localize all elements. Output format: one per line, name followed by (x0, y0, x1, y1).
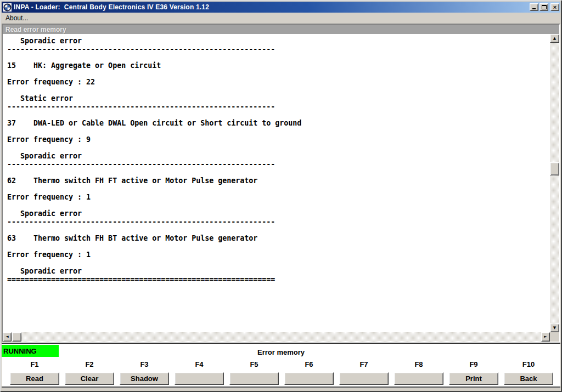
scroll-up-button[interactable]: ▲ (550, 34, 559, 43)
title-bar[interactable]: INPA - Loader: Central Body Electronics … (2, 2, 560, 13)
fkey-label-f3: F3 (117, 360, 172, 368)
horizontal-scrollbar[interactable]: ◄ ► (3, 332, 550, 342)
close-icon: × (553, 4, 557, 10)
minimize-icon (532, 8, 536, 9)
f6-button[interactable] (284, 372, 334, 385)
function-button-row: Read Clear Shadow Print Back (2, 372, 560, 385)
fkey-label-f2: F2 (62, 360, 117, 368)
bottom-panel: RUNNING Error memory F1 F2 F3 F4 F5 F6 F… (2, 343, 560, 388)
scroll-left-button[interactable]: ◄ (3, 332, 12, 342)
fkey-label-f9: F9 (446, 360, 501, 368)
f5-button[interactable] (229, 372, 279, 385)
arrow-right-icon: ► (544, 335, 547, 339)
f8-button[interactable] (394, 372, 443, 385)
horizontal-scrollbar-row: ◄ ► (3, 332, 559, 342)
scroll-right-button[interactable]: ► (541, 332, 550, 342)
close-button[interactable]: × (550, 3, 559, 11)
clear-button[interactable]: Clear (65, 372, 114, 385)
window-title: INPA - Loader: Central Body Electronics … (14, 3, 529, 11)
fkey-label-f10: F10 (501, 360, 556, 368)
minimize-button[interactable] (530, 3, 538, 11)
vertical-scroll-track[interactable] (550, 43, 559, 323)
horizontal-scroll-track[interactable] (12, 332, 541, 342)
fkey-label-f1: F1 (7, 360, 62, 368)
window-bottom-chrome (2, 388, 560, 391)
content-row: Sporadic error -------------------------… (3, 34, 559, 332)
shadow-button[interactable]: Shadow (120, 372, 169, 385)
status-row: RUNNING Error memory (2, 344, 560, 358)
scrollbar-corner (550, 332, 559, 342)
status-badge: RUNNING (2, 345, 59, 357)
menu-item-about[interactable]: About... (2, 13, 32, 23)
menu-bar: About... (2, 13, 560, 24)
bmw-logo-icon (3, 3, 12, 12)
fkey-label-f6: F6 (282, 360, 336, 368)
error-memory-text: Sporadic error -------------------------… (3, 34, 550, 283)
vertical-scrollbar[interactable]: ▲ ▼ (550, 34, 559, 332)
app-window: INPA - Loader: Central Body Electronics … (0, 0, 562, 392)
read-button[interactable]: Read (10, 372, 59, 385)
f7-button[interactable] (339, 372, 389, 385)
fkey-label-f4: F4 (172, 360, 227, 368)
scroll-down-button[interactable]: ▼ (550, 323, 559, 332)
error-memory-output: Sporadic error -------------------------… (3, 34, 550, 332)
back-button[interactable]: Back (504, 372, 553, 385)
fkey-label-f7: F7 (336, 360, 391, 368)
fkey-label-f8: F8 (391, 360, 446, 368)
horizontal-scroll-thumb[interactable] (12, 332, 21, 342)
print-button[interactable]: Print (449, 372, 498, 385)
fkey-label-f5: F5 (227, 360, 282, 368)
function-key-labels: F1 F2 F3 F4 F5 F6 F7 F8 F9 F10 (2, 360, 560, 368)
maximize-button[interactable] (539, 3, 548, 11)
maximize-icon (542, 5, 547, 9)
main-area: Read error memory Sporadic error -------… (2, 24, 560, 343)
arrow-down-icon: ▼ (553, 326, 556, 330)
arrow-up-icon: ▲ (553, 37, 556, 41)
arrow-left-icon: ◄ (5, 335, 8, 339)
panel-caption: Read error memory (3, 25, 559, 34)
screen-title: Error memory (2, 344, 560, 356)
f4-button[interactable] (175, 372, 224, 385)
vertical-scroll-thumb[interactable] (550, 162, 559, 175)
